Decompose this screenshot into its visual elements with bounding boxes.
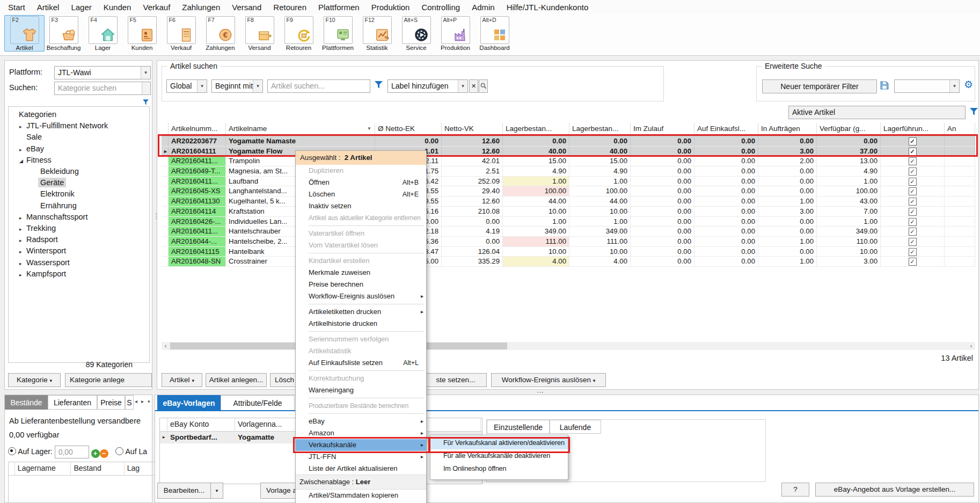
lagerfuehrung-checkbox[interactable]: ✓	[909, 238, 917, 246]
lagerfuehrung-checkbox[interactable]: ✓	[909, 248, 917, 256]
table-row[interactable]: AR2016041130Kugelhantel, 5 k...9.5512.60…	[162, 196, 975, 207]
column-header-aufeinkaufsl[interactable]: Auf Einkaufsl...	[694, 123, 758, 136]
caret-collapsed-icon[interactable]: ▸	[19, 213, 26, 224]
search-match-select[interactable]: Beginnt mit▾	[211, 79, 263, 93]
table-row[interactable]: AR20160411...Hantelschrauber2.184.19349.…	[162, 227, 975, 237]
menubar-item-verkauf[interactable]: Verkauf	[137, 3, 176, 12]
menu-item-ebay[interactable]: eBay▸	[296, 415, 426, 427]
table-row[interactable]: AR2016049-T...Magnesia, am St...1.752.51…	[162, 166, 975, 177]
caret-collapsed-icon[interactable]: ▸	[19, 224, 26, 235]
table-row[interactable]: AR20160411...Laufband6.42252.091.001.000…	[162, 177, 975, 187]
tab-attributefelde[interactable]: Attribute/Felde	[221, 395, 295, 410]
search-scope-select[interactable]: Global▾	[166, 79, 207, 93]
toolbar-button-verkauf[interactable]: F6Verkauf	[161, 15, 201, 52]
menu-item-jtl-ffn[interactable]: JTL-FFN▸	[296, 451, 426, 463]
table-row[interactable]: AR2016045-XSLanghantelstand...8.5529.401…	[162, 186, 975, 196]
submenu-item-f-r-alle-verkaufskan-le-deaktivieren[interactable]: Für alle Verkaufskanäle deaktivieren	[430, 449, 568, 462]
menubar-item-produktion[interactable]: Produktion	[365, 3, 416, 12]
filter-icon[interactable]	[375, 81, 383, 90]
col-ebay-konto[interactable]: eBay Konto	[167, 418, 235, 431]
lager-col-lagername[interactable]: Lagername	[15, 462, 71, 475]
lagerfuehrung-checkbox[interactable]: ✓	[909, 137, 917, 145]
tab-scroll-left-icon[interactable]: ◂	[135, 398, 137, 404]
tab-scroll-right-icon[interactable]: ▸	[141, 398, 144, 404]
tree-item-ebay[interactable]: ▸eBay	[19, 143, 44, 155]
chevron-down-icon[interactable]: ▾	[253, 80, 262, 92]
scroll-right-icon[interactable]: ›	[967, 342, 975, 350]
menubar-item-lager[interactable]: Lager	[65, 3, 97, 12]
artikel-button[interactable]: Artikel ▾	[162, 373, 202, 387]
lagerfuehrung-checkbox[interactable]: ✓	[909, 178, 917, 186]
column-header-nettovk[interactable]: Netto-VK	[442, 123, 503, 136]
lagerfuehrung-checkbox[interactable]: ✓	[909, 208, 917, 216]
column-header-an[interactable]: An	[945, 123, 975, 136]
tab-einzustellende[interactable]: Einzustellende	[487, 420, 550, 434]
column-header-artikelnumm[interactable]: Artikelnumm...	[169, 123, 226, 136]
tree-item-kategorien[interactable]: Kategorien	[12, 109, 56, 120]
lagerfuehrung-checkbox[interactable]: ✓	[909, 258, 917, 266]
column-header-lagerfhrun[interactable]: Lagerführun...	[881, 123, 945, 136]
toolbar-button-versand[interactable]: F8Versand	[239, 15, 280, 52]
tree-item-ernhrung[interactable]: Ernährung	[33, 200, 77, 212]
toolbar-button-plattformen[interactable]: F10Plattformen	[318, 15, 358, 52]
chevron-down-icon[interactable]: ▾	[197, 80, 207, 92]
minus-icon[interactable]: −	[100, 449, 108, 458]
tree-item-wassersport[interactable]: ▸Wassersport	[19, 257, 70, 268]
kategorie-button[interactable]: Kategorie ▾	[8, 373, 61, 387]
tree-item-fitness[interactable]: ◢Fitness	[19, 155, 52, 166]
auf-lager2-radio[interactable]	[115, 447, 123, 455]
tab-bestnde[interactable]: Bestände	[5, 395, 48, 410]
menubar-item-admin[interactable]: Admin	[466, 3, 501, 12]
help-button[interactable]: ?	[781, 483, 809, 497]
lagerfuehrung-checkbox[interactable]: ✓	[909, 218, 917, 226]
tree-item-jtlfulfillmentnetwork[interactable]: ▸JTL-Fulfillment Network	[19, 120, 108, 132]
column-header-imzulauf[interactable]: Im Zulauf	[631, 123, 694, 136]
caret-collapsed-icon[interactable]: ▸	[19, 246, 26, 258]
menubar-item-zahlungen[interactable]: Zahlungen	[176, 3, 226, 12]
kategorie-anlegen-button[interactable]: Kategorie anlege	[65, 373, 152, 387]
menubar-item-artikel[interactable]: Artikel	[31, 3, 65, 12]
column-header-lagerbestan[interactable]: Lagerbestan...	[503, 123, 569, 136]
toolbar-button-retouren[interactable]: F9Retouren	[279, 15, 319, 52]
table-row[interactable]: AR2016048-SNCrosstrainer5.00335.294.004.…	[162, 257, 975, 267]
tree-item-radsport[interactable]: ▸Radsport	[19, 234, 58, 245]
filter-icon[interactable]	[143, 98, 149, 107]
lagerfuehrung-checkbox[interactable]: ✓	[909, 167, 917, 176]
search-label-button[interactable]	[479, 79, 488, 93]
table-row[interactable]: AR201604114Kraftstation5.16210.0810.0010…	[162, 207, 975, 217]
table-hscrollbar[interactable]: ‹ ›	[162, 342, 975, 350]
tree-item-elektronik[interactable]: Elektronik	[33, 188, 75, 200]
tree-item-gerte[interactable]: Geräte	[33, 177, 66, 188]
column-header-lagerbestan[interactable]: Lagerbestan...	[569, 123, 631, 136]
menu-item-inaktiv-setzen[interactable]: Inaktiv setzen	[296, 200, 426, 212]
menubar-item-plattformen[interactable]: Plattformen	[312, 3, 365, 12]
lagerfuehrung-checkbox[interactable]: ✓	[909, 157, 917, 165]
column-header-verfgbarg[interactable]: Verfügbar (g...	[817, 123, 881, 136]
tree-item-bekleidung[interactable]: Bekleidung	[33, 166, 79, 177]
menubar-item-versand[interactable]: Versand	[226, 3, 267, 12]
menubar-item-retouren[interactable]: Retouren	[267, 3, 312, 12]
chevron-down-icon[interactable]: ▾	[949, 80, 959, 92]
chevron-down-icon[interactable]: ▾	[458, 80, 467, 92]
artikel-search-input[interactable]: Artikel suchen...	[267, 79, 370, 93]
tree-item-trekking[interactable]: ▸Trekking	[19, 223, 56, 234]
submenu-item-f-r-verkaufskanal-aktivieren-deaktivieren[interactable]: Für Verkaufskanal aktivieren/deaktiviere…	[430, 436, 568, 449]
menu-item-verkaufskan-le[interactable]: Verkaufskanäle▸	[296, 439, 426, 451]
plus-icon[interactable]: +	[91, 449, 100, 458]
scroll-left-icon[interactable]: ‹	[162, 342, 170, 350]
tab-list-icon[interactable]: ▾	[148, 399, 150, 404]
menu-item-liste-der-artikel-aktualisieren[interactable]: Liste der Artikel aktualisieren	[296, 463, 426, 475]
neuer-filter-button[interactable]: Neuer temporärer Filter	[762, 79, 877, 93]
tree-item-sale[interactable]: Sale	[19, 132, 42, 143]
toolbar-button-service[interactable]: Alt+SService	[396, 15, 436, 52]
menubar-item-start[interactable]: Start	[2, 3, 31, 12]
tree-item-kampfsport[interactable]: ▸Kampfsport	[19, 268, 66, 280]
tab-ebayvorlagen[interactable]: eBay-Vorlagen	[157, 395, 221, 410]
column-header-gutter[interactable]	[162, 123, 169, 136]
bearbeiten-button[interactable]: Bearbeiten...	[157, 483, 211, 499]
toolbar-button-artikel[interactable]: F2Artikel	[4, 15, 45, 52]
tree-item-mannschaftssport[interactable]: ▸Mannschaftssport	[19, 212, 87, 223]
menu-item-merkmale-zuweisen[interactable]: Merkmale zuweisen	[296, 267, 426, 279]
tab-preise[interactable]: Preise	[97, 395, 125, 410]
table-row[interactable]: AR2016044-...Hantelscheibe, 2...5.360.00…	[162, 237, 975, 247]
